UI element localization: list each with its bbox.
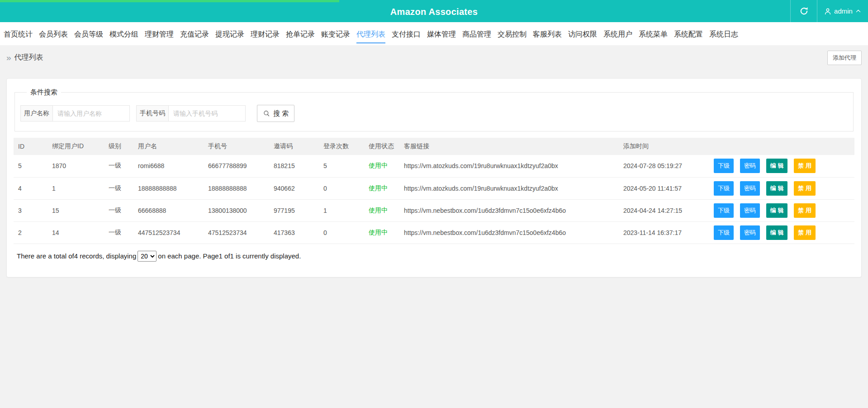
edit-button[interactable]: 编 辑 — [766, 203, 788, 218]
nav-item-trade-control[interactable]: 交易控制 — [498, 24, 526, 43]
cell-bind-uid: 1 — [47, 177, 104, 199]
phone-field-label: 手机号码 — [136, 105, 168, 122]
nav-item-system-users[interactable]: 系统用户 — [603, 24, 632, 43]
cell-bind-uid: 1870 — [47, 155, 104, 177]
cell-invite-code: 940662 — [269, 177, 319, 199]
cell-invite-code: 417363 — [269, 221, 319, 244]
nav-item-payment-api[interactable]: 支付接口 — [392, 24, 421, 43]
cell-phone: 18888888888 — [204, 177, 269, 199]
table-row: 4 1 一级 18888888888 18888888888 940662 0 … — [14, 177, 854, 199]
cell-id: 5 — [14, 155, 47, 177]
nav-item-withdraw-log[interactable]: 提现记录 — [215, 24, 244, 43]
cell-login-count: 1 — [319, 199, 364, 221]
edit-button[interactable]: 编 辑 — [766, 225, 788, 240]
search-icon — [263, 110, 270, 117]
cell-bind-uid: 14 — [47, 221, 104, 244]
sub-agents-button[interactable]: 下级 — [714, 203, 734, 218]
search-button[interactable]: 搜 索 — [257, 105, 294, 122]
disable-button[interactable]: 禁 用 — [794, 203, 816, 218]
app-title: Amazon Associates — [0, 0, 868, 22]
nav-item-order-grab-log[interactable]: 抢单记录 — [286, 24, 315, 43]
cell-level: 一级 — [104, 177, 133, 199]
cell-username: 447512523734 — [133, 221, 204, 244]
chevron-up-icon — [855, 8, 862, 14]
nav-item-mode-group[interactable]: 模式分组 — [109, 24, 138, 43]
disable-button[interactable]: 禁 用 — [794, 159, 816, 173]
password-button[interactable]: 密码 — [740, 203, 760, 218]
cell-phone: 13800138000 — [204, 199, 269, 221]
refresh-button[interactable] — [791, 0, 817, 22]
disable-button[interactable]: 禁 用 — [794, 225, 816, 240]
nav-item-member-list[interactable]: 会员列表 — [39, 24, 68, 43]
cell-bind-uid: 15 — [47, 199, 104, 221]
add-agent-button[interactable]: 添加代理 — [827, 51, 862, 65]
cell-added-time: 2023-11-14 16:37:17 — [619, 221, 709, 244]
table-row: 3 15 一级 66668888 13800138000 977195 1 使用… — [14, 199, 854, 221]
page-title: 代理列表 — [14, 53, 43, 62]
col-added-time: 添加时间 — [619, 138, 709, 155]
cell-added-time: 2024-07-28 05:19:27 — [619, 155, 709, 177]
breadcrumb-icon: » — [6, 53, 11, 62]
per-page-select[interactable]: 20 — [138, 251, 157, 262]
nav-item-finance-mgmt[interactable]: 理财管理 — [145, 24, 174, 43]
nav-item-agent-list[interactable]: 代理列表 — [356, 24, 385, 43]
nav-item-product-mgmt[interactable]: 商品管理 — [462, 24, 491, 43]
password-button[interactable]: 密码 — [740, 181, 760, 196]
nav-item-system-log[interactable]: 系统日志 — [709, 24, 738, 43]
col-bind-uid: 绑定用户ID — [47, 138, 104, 155]
disable-button[interactable]: 禁 用 — [794, 181, 816, 196]
cell-added-time: 2024-04-24 14:27:15 — [619, 199, 709, 221]
nav-item-system-config[interactable]: 系统配置 — [674, 24, 703, 43]
search-legend: 条件搜索 — [27, 88, 61, 97]
username-label: admin — [834, 7, 853, 15]
nav-item-media-mgmt[interactable]: 媒体管理 — [427, 24, 456, 43]
topbar-right: admin — [790, 0, 868, 22]
sub-agents-button[interactable]: 下级 — [714, 225, 734, 240]
status-badge: 使用中 — [369, 162, 388, 169]
cell-login-count: 0 — [319, 177, 364, 199]
cell-username: 66668888 — [133, 199, 204, 221]
table-header-row: ID 绑定用户ID 级别 用户名 手机号 邀请码 登录次数 使用状态 客服链接 … — [14, 138, 854, 155]
edit-button[interactable]: 编 辑 — [766, 159, 788, 173]
nav-item-balance-log[interactable]: 账变记录 — [321, 24, 350, 43]
col-actions — [709, 138, 854, 155]
cell-login-count: 0 — [319, 221, 364, 244]
cell-username: romi6688 — [133, 155, 204, 177]
breadcrumb: » 代理列表 — [6, 53, 43, 62]
nav-item-member-level[interactable]: 会员等级 — [74, 24, 103, 43]
username-input[interactable] — [52, 105, 130, 122]
pagination-text-before: There are a total of4 records, displayin… — [17, 252, 136, 260]
nav-item-system-menu[interactable]: 系统菜单 — [639, 24, 668, 43]
username-field-group: 用户名称 — [20, 105, 130, 122]
nav-item-recharge-log[interactable]: 充值记录 — [180, 24, 209, 43]
agents-table: ID 绑定用户ID 级别 用户名 手机号 邀请码 登录次数 使用状态 客服链接 … — [14, 138, 854, 244]
user-menu[interactable]: admin — [817, 0, 868, 22]
sub-agents-button[interactable]: 下级 — [714, 181, 734, 196]
cell-phone: 47512523734 — [204, 221, 269, 244]
cell-service-link: https://vm.atozkuds.com/19ru8urwknuax1kd… — [399, 155, 619, 177]
sub-agents-button[interactable]: 下级 — [714, 159, 734, 173]
cell-login-count: 5 — [319, 155, 364, 177]
nav-item-access-rights[interactable]: 访问权限 — [568, 24, 597, 43]
app-root: Amazon Associates admin — [0, 0, 868, 277]
cell-level: 一级 — [104, 199, 133, 221]
user-icon — [824, 7, 832, 15]
cell-id: 2 — [14, 221, 47, 244]
password-button[interactable]: 密码 — [740, 225, 760, 240]
password-button[interactable]: 密码 — [740, 159, 760, 173]
nav-item-finance-log[interactable]: 理财记录 — [251, 24, 280, 43]
col-username: 用户名 — [133, 138, 204, 155]
cell-level: 一级 — [104, 221, 133, 244]
username-field-label: 用户名称 — [20, 105, 52, 122]
nav-item-service-list[interactable]: 客服列表 — [533, 24, 562, 43]
pagination: There are a total of4 records, displayin… — [17, 251, 854, 262]
edit-button[interactable]: 编 辑 — [766, 181, 788, 196]
phone-input[interactable] — [168, 105, 246, 122]
cell-id: 4 — [14, 177, 47, 199]
main-nav: 首页统计 会员列表 会员等级 模式分组 理财管理 充值记录 提现记录 理财记录 … — [0, 22, 868, 45]
cell-service-link: https://vm.nebestbox.com/1u6dz3fdmvn7c15… — [399, 199, 619, 221]
table-row: 2 14 一级 447512523734 47512523734 417363 … — [14, 221, 854, 244]
nav-item-home-stats[interactable]: 首页统计 — [4, 24, 33, 43]
cell-username: 18888888888 — [133, 177, 204, 199]
refresh-icon — [799, 6, 809, 16]
